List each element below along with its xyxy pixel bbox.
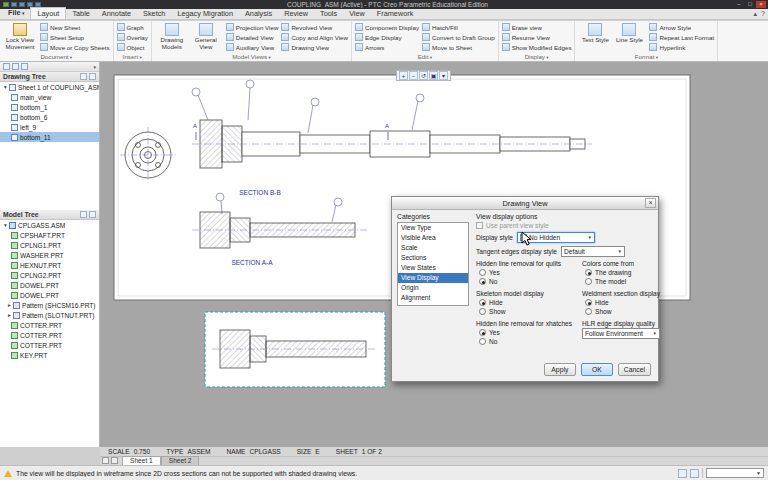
ribbon-big-button[interactable]: Drawing Models: [155, 22, 189, 50]
radio-option[interactable]: No: [476, 337, 572, 346]
ribbon-big-button[interactable]: Text Style: [578, 22, 612, 44]
radio-option[interactable]: No: [476, 277, 572, 286]
ribbon-small-button[interactable]: Graph: [117, 22, 148, 32]
lock-view-movement-button[interactable]: Lock View Movement: [3, 22, 37, 50]
tree-settings-icon[interactable]: [80, 73, 87, 80]
group-label-format[interactable]: Format: [578, 52, 714, 61]
minimize-icon[interactable]: –: [734, 1, 744, 8]
minimize-ribbon-icon[interactable]: ▴: [754, 10, 758, 18]
find-icon[interactable]: [690, 469, 699, 478]
maximize-icon[interactable]: □: [745, 1, 755, 8]
ribbon-small-button[interactable]: Drawing View: [281, 42, 348, 52]
tangent-edges-combo[interactable]: Default ▼: [561, 246, 625, 257]
ribbon-small-button[interactable]: Component Display: [355, 22, 419, 32]
ribbon-small-button[interactable]: New Sheet: [40, 22, 110, 32]
dialog-titlebar[interactable]: Drawing View ×: [392, 197, 658, 210]
sheet-tab[interactable]: Sheet 1: [122, 456, 161, 465]
ribbon-small-button[interactable]: Convert to Draft Group: [422, 32, 495, 42]
canvas-tool-icon[interactable]: −: [409, 71, 418, 80]
ribbon-small-button[interactable]: Move to Sheet: [422, 42, 495, 52]
model-tree-item[interactable]: ▸ Pattern (SLOTNUT.PRT): [0, 310, 99, 320]
model-tree-item[interactable]: WASHER.PRT: [0, 250, 99, 260]
canvas-tool-icon[interactable]: ▾: [439, 71, 448, 80]
ribbon-small-button[interactable]: Repeat Last Format: [649, 32, 714, 42]
radio-option[interactable]: Show: [582, 307, 660, 316]
ribbon-small-button[interactable]: Arrow Style: [649, 22, 714, 32]
navigator-options-icon[interactable]: ▾: [93, 64, 96, 70]
model-tree-item[interactable]: ▾ CPLGASS.ASM: [0, 220, 99, 230]
model-tree-item[interactable]: CPSHAFT.PRT: [0, 230, 99, 240]
model-tree-item[interactable]: COTTER.PRT: [0, 320, 99, 330]
category-item[interactable]: Origin: [398, 283, 468, 293]
sheet-list-icon[interactable]: [111, 457, 118, 464]
tree-collapse-icon[interactable]: [89, 73, 96, 80]
radio-option[interactable]: Hide: [582, 298, 660, 307]
close-icon[interactable]: ×: [756, 1, 766, 8]
ribbon-tab[interactable]: Layout: [30, 7, 66, 19]
ribbon-small-button[interactable]: Auxiliary View: [226, 42, 279, 52]
tree-display-options-icon[interactable]: [89, 211, 96, 218]
ribbon-tab[interactable]: Analysis: [239, 8, 278, 19]
drawing-tree-item[interactable]: ▾ Sheet 1 of COUPLING_ASM.DRW: [0, 82, 99, 92]
ribbon-tab[interactable]: Table: [66, 8, 95, 19]
radio-option[interactable]: The model: [582, 277, 660, 286]
model-tree-item[interactable]: KEY.PRT: [0, 350, 99, 360]
ribbon-small-button[interactable]: Copy and Align View: [281, 32, 348, 42]
expand-arrow-icon[interactable]: ▸: [6, 302, 13, 308]
ribbon-small-button[interactable]: Show Modified Edges: [502, 42, 572, 52]
ribbon-small-button[interactable]: Hyperlink: [649, 42, 714, 52]
category-item[interactable]: Scale: [398, 243, 468, 253]
help-icon[interactable]: ?: [761, 10, 765, 18]
ribbon-tab[interactable]: View: [343, 8, 371, 19]
ribbon-small-button[interactable]: Move or Copy Sheets: [40, 42, 110, 52]
tree-filter-icon[interactable]: [80, 211, 87, 218]
ribbon-tab[interactable]: Tools: [314, 8, 343, 19]
apply-button[interactable]: Apply: [544, 363, 576, 376]
model-tree-tab-icon[interactable]: [3, 63, 10, 70]
group-label-model-views[interactable]: Model Views: [155, 52, 348, 61]
ribbon-small-button[interactable]: Resume View: [502, 32, 572, 42]
expand-arrow-icon[interactable]: ▸: [6, 312, 13, 318]
radio-option[interactable]: The drawing: [582, 268, 660, 277]
radio-option[interactable]: Hide: [476, 298, 572, 307]
ribbon-tab[interactable]: File: [2, 7, 30, 19]
category-item[interactable]: Visible Area: [398, 233, 468, 243]
selected-drawing-view[interactable]: [205, 312, 385, 387]
ribbon-tab[interactable]: Annotate: [96, 8, 137, 19]
ribbon-tab[interactable]: Review: [278, 8, 314, 19]
ribbon-small-button[interactable]: Revolved View: [281, 22, 348, 32]
model-tree-item[interactable]: COTTER.PRT: [0, 340, 99, 350]
canvas-tool-icon[interactable]: +: [399, 71, 408, 80]
expand-arrow-icon[interactable]: ▾: [2, 222, 9, 228]
parent-style-checkbox[interactable]: [476, 222, 483, 229]
ok-button[interactable]: OK: [581, 363, 613, 376]
group-label-display[interactable]: Display: [502, 52, 572, 61]
radio-option[interactable]: Yes: [476, 268, 572, 277]
folder-browser-icon[interactable]: [12, 63, 19, 70]
model-tree-item[interactable]: ▸ Pattern (SHCSM16.PRT): [0, 300, 99, 310]
category-item[interactable]: Alignment: [398, 293, 468, 303]
category-item[interactable]: View Display: [398, 273, 468, 283]
category-item[interactable]: View Type: [398, 223, 468, 233]
selection-filter-combo[interactable]: ▼: [706, 468, 764, 478]
ribbon-small-button[interactable]: Hatch/Fill: [422, 22, 495, 32]
drawing-tree-item[interactable]: main_view: [0, 92, 99, 102]
drawing-tree-item[interactable]: bottom_11: [0, 132, 99, 142]
model-tree-item[interactable]: DOWEL.PRT: [0, 290, 99, 300]
ribbon-tab[interactable]: Framework: [371, 8, 420, 19]
ribbon-small-button[interactable]: Overlay: [117, 32, 148, 42]
ribbon-small-button[interactable]: Projection View: [226, 22, 279, 32]
group-label-document[interactable]: Document: [3, 52, 110, 61]
category-item[interactable]: Sections: [398, 253, 468, 263]
canvas-tool-icon[interactable]: ▣: [429, 71, 438, 80]
ribbon-big-button[interactable]: General View: [189, 22, 223, 50]
ribbon-small-button[interactable]: Arrows: [355, 42, 419, 52]
ribbon-small-button[interactable]: Object: [117, 42, 148, 52]
category-item[interactable]: View States: [398, 263, 468, 273]
ribbon-small-button[interactable]: Sheet Setup: [40, 32, 110, 42]
radio-option[interactable]: Yes: [476, 328, 572, 337]
dialog-close-icon[interactable]: ×: [645, 198, 656, 208]
drawing-tree-item[interactable]: bottom_6: [0, 112, 99, 122]
ribbon-small-button[interactable]: Edge Display: [355, 32, 419, 42]
radio-option[interactable]: Show: [476, 307, 572, 316]
